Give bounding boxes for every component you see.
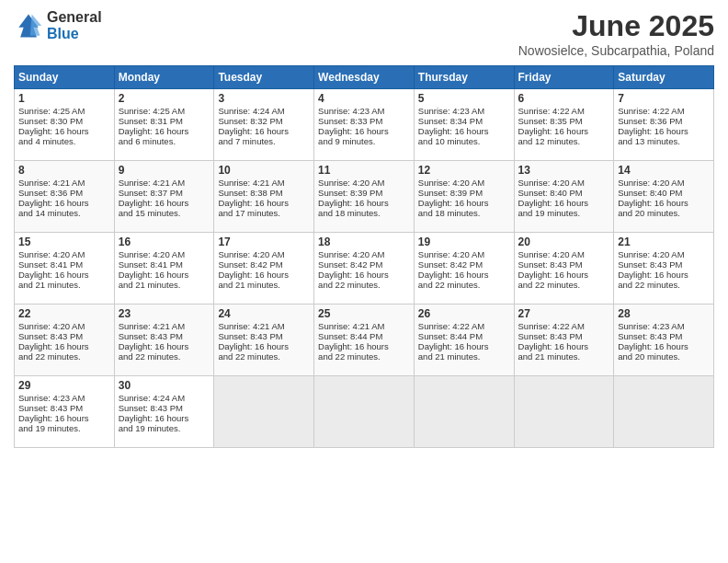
day-info: Sunset: 8:43 PM: [518, 331, 610, 341]
day-info: Sunset: 8:44 PM: [318, 331, 410, 341]
day-info: Daylight: 16 hours: [119, 341, 210, 351]
day-info: Daylight: 16 hours: [218, 126, 310, 136]
day-info: Sunset: 8:42 PM: [418, 259, 510, 270]
day-number: 23: [119, 307, 210, 320]
header: General Blue June 2025 Nowosielce, Subca…: [14, 9, 714, 58]
day-cell: 14Sunrise: 4:20 AMSunset: 8:40 PMDayligh…: [614, 161, 714, 233]
day-info: Sunrise: 4:24 AM: [218, 106, 310, 116]
day-cell: [414, 376, 514, 448]
title-block: June 2025 Nowosielce, Subcarpathia, Pola…: [518, 9, 714, 58]
svg-marker-1: [30, 14, 41, 35]
day-info: Sunrise: 4:24 AM: [119, 393, 210, 403]
logo-general: General: [47, 9, 102, 26]
week-row-4: 22Sunrise: 4:20 AMSunset: 8:43 PMDayligh…: [15, 304, 714, 376]
day-cell: [614, 376, 714, 448]
day-number: 22: [18, 307, 110, 320]
day-info: Sunrise: 4:20 AM: [618, 178, 710, 188]
day-cell: 10Sunrise: 4:21 AMSunset: 8:38 PMDayligh…: [214, 161, 314, 233]
day-cell: 2Sunrise: 4:25 AMSunset: 8:31 PMDaylight…: [114, 89, 214, 161]
day-cell: 3Sunrise: 4:24 AMSunset: 8:32 PMDaylight…: [214, 89, 314, 161]
day-info: and 22 minutes.: [318, 280, 410, 290]
day-cell: 27Sunrise: 4:22 AMSunset: 8:43 PMDayligh…: [514, 304, 614, 376]
day-info: Daylight: 16 hours: [318, 198, 410, 208]
day-info: and 18 minutes.: [318, 208, 410, 218]
day-info: Daylight: 16 hours: [218, 341, 310, 351]
day-number: 21: [618, 236, 710, 248]
day-number: 4: [318, 92, 410, 105]
day-cell: [214, 376, 314, 448]
day-cell: 9Sunrise: 4:21 AMSunset: 8:37 PMDaylight…: [114, 161, 214, 233]
subtitle: Nowosielce, Subcarpathia, Poland: [518, 43, 714, 58]
day-info: Sunset: 8:41 PM: [18, 259, 110, 270]
day-info: and 21 minutes.: [218, 280, 310, 290]
logo-blue: Blue: [47, 26, 102, 42]
day-header-tuesday: Tuesday: [214, 66, 314, 89]
page: General Blue June 2025 Nowosielce, Subca…: [0, 0, 728, 563]
day-info: Sunset: 8:43 PM: [119, 403, 210, 413]
day-number: 25: [318, 307, 410, 320]
day-info: Daylight: 16 hours: [518, 341, 610, 351]
day-cell: 26Sunrise: 4:22 AMSunset: 8:44 PMDayligh…: [414, 304, 514, 376]
calendar-table: SundayMondayTuesdayWednesdayThursdayFrid…: [14, 65, 714, 448]
day-number: 30: [119, 379, 210, 392]
day-info: Daylight: 16 hours: [418, 126, 510, 136]
day-info: Sunrise: 4:20 AM: [218, 249, 310, 259]
day-cell: 30Sunrise: 4:24 AMSunset: 8:43 PMDayligh…: [114, 376, 214, 448]
day-number: 24: [218, 307, 310, 320]
day-info: and 19 minutes.: [18, 423, 110, 433]
day-info: Sunrise: 4:20 AM: [318, 178, 410, 188]
day-info: Sunrise: 4:21 AM: [218, 178, 310, 188]
day-info: and 9 minutes.: [318, 136, 410, 146]
day-info: and 7 minutes.: [218, 136, 310, 146]
day-info: Sunrise: 4:20 AM: [418, 249, 510, 259]
day-cell: 8Sunrise: 4:21 AMSunset: 8:36 PMDaylight…: [15, 161, 115, 233]
day-header-monday: Monday: [114, 66, 214, 89]
day-info: and 22 minutes.: [418, 280, 510, 290]
day-cell: 29Sunrise: 4:23 AMSunset: 8:43 PMDayligh…: [15, 376, 115, 448]
day-cell: [514, 376, 614, 448]
day-info: Sunrise: 4:20 AM: [318, 249, 410, 259]
day-info: Sunset: 8:32 PM: [218, 116, 310, 126]
day-cell: 24Sunrise: 4:21 AMSunset: 8:43 PMDayligh…: [214, 304, 314, 376]
day-info: Daylight: 16 hours: [18, 413, 110, 423]
day-number: 11: [318, 164, 410, 177]
day-number: 3: [218, 92, 310, 105]
day-info: Daylight: 16 hours: [618, 341, 710, 351]
day-info: and 22 minutes.: [18, 351, 110, 362]
day-info: and 22 minutes.: [318, 351, 410, 362]
day-info: and 22 minutes.: [618, 280, 710, 290]
day-info: Sunrise: 4:21 AM: [218, 321, 310, 331]
day-info: and 21 minutes.: [119, 280, 210, 290]
day-info: Sunrise: 4:23 AM: [318, 106, 410, 116]
day-info: and 21 minutes.: [418, 351, 510, 362]
day-number: 10: [218, 164, 310, 177]
day-info: Sunset: 8:38 PM: [218, 188, 310, 198]
day-info: and 4 minutes.: [18, 136, 110, 146]
day-info: Sunrise: 4:23 AM: [18, 393, 110, 403]
day-info: and 13 minutes.: [618, 136, 710, 146]
day-info: and 6 minutes.: [119, 136, 210, 146]
day-info: Sunset: 8:42 PM: [218, 259, 310, 270]
day-info: Daylight: 16 hours: [18, 198, 110, 208]
day-cell: 7Sunrise: 4:22 AMSunset: 8:36 PMDaylight…: [614, 89, 714, 161]
day-info: and 22 minutes.: [119, 351, 210, 362]
day-info: Sunrise: 4:20 AM: [18, 249, 110, 259]
day-info: Sunset: 8:36 PM: [18, 188, 110, 198]
day-cell: [314, 376, 415, 448]
day-number: 27: [518, 307, 610, 320]
day-number: 18: [318, 236, 410, 248]
day-info: Sunrise: 4:22 AM: [618, 106, 710, 116]
day-cell: 17Sunrise: 4:20 AMSunset: 8:42 PMDayligh…: [214, 233, 314, 304]
day-number: 12: [418, 164, 510, 177]
week-row-2: 8Sunrise: 4:21 AMSunset: 8:36 PMDaylight…: [15, 161, 714, 233]
day-info: Sunrise: 4:20 AM: [518, 249, 610, 259]
day-info: Sunset: 8:44 PM: [418, 331, 510, 341]
day-info: Daylight: 16 hours: [119, 270, 210, 280]
day-cell: 12Sunrise: 4:20 AMSunset: 8:39 PMDayligh…: [414, 161, 514, 233]
day-info: Daylight: 16 hours: [618, 126, 710, 136]
day-info: and 22 minutes.: [518, 280, 610, 290]
day-info: Sunrise: 4:21 AM: [18, 178, 110, 188]
day-info: Daylight: 16 hours: [418, 341, 510, 351]
day-info: Sunrise: 4:23 AM: [418, 106, 510, 116]
day-number: 1: [18, 92, 110, 105]
